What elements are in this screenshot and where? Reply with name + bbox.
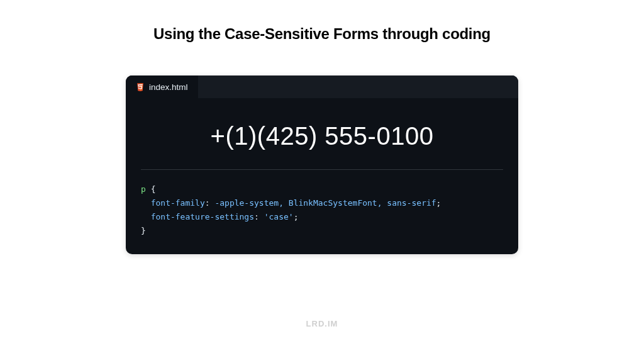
code-semicolon: ; [294,212,299,221]
html5-icon [136,82,145,91]
code-value: -apple-system, BlinkMacSystemFont, sans-… [214,198,436,208]
code-colon: : [254,212,259,221]
preview-area: +(1)(425) 555-0100 [126,98,518,169]
code-value: 'case' [264,212,294,221]
code-semicolon: ; [436,198,441,208]
code-open-brace: { [151,184,156,194]
code-editor-card: index.html +(1)(425) 555-0100 p { font-f… [126,75,518,254]
watermark: LRD.IM [306,319,338,328]
css-code-block: p { font-family: -apple-system, BlinkMac… [126,170,518,254]
page-title: Using the Case-Sensitive Forms through c… [153,25,491,43]
code-property: font-family [151,198,205,208]
code-colon: : [205,198,210,208]
preview-phone-number: +(1)(425) 555-0100 [138,122,506,150]
tab-filename: index.html [149,82,188,92]
code-close-brace: } [141,226,146,235]
tab-index-html[interactable]: index.html [126,75,198,98]
code-selector: p [141,184,146,194]
tab-bar: index.html [126,75,518,98]
tab-bar-empty [198,75,518,98]
code-property: font-feature-settings [151,212,254,221]
